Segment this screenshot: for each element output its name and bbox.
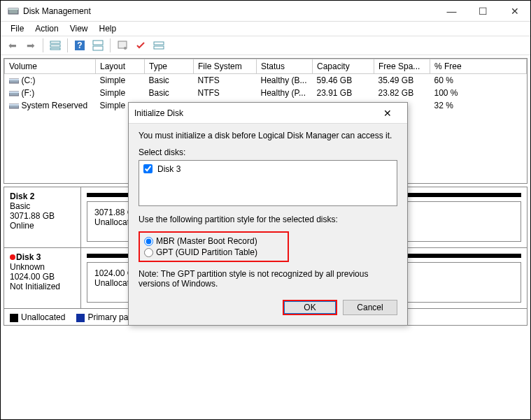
- toolbar-separator: [43, 38, 43, 52]
- disk-state: Online: [10, 221, 75, 231]
- col-freespace[interactable]: Free Spa...: [374, 59, 430, 74]
- help-button[interactable]: ?: [72, 38, 87, 53]
- svg-point-10: [124, 47, 127, 50]
- menu-action[interactable]: Action: [29, 22, 64, 35]
- col-capacity[interactable]: Capacity: [313, 59, 374, 74]
- svg-rect-3: [50, 45, 60, 47]
- volume-icon: [9, 90, 19, 97]
- volume-type: Basic: [145, 87, 194, 99]
- toolbar-separator: [67, 38, 68, 52]
- toolbar-separator: [110, 38, 111, 52]
- dialog-message: You must initialize a disk before Logica…: [139, 131, 397, 140]
- dialog-close-button[interactable]: ✕: [374, 108, 402, 119]
- volume-fs: NTFS: [194, 74, 257, 87]
- layout-button[interactable]: [90, 38, 106, 53]
- volume-layout: Simple: [96, 74, 145, 87]
- menu-file[interactable]: File: [5, 22, 29, 35]
- partition-style-label: Use the following partition style for th…: [139, 215, 397, 224]
- cancel-button[interactable]: Cancel: [343, 300, 397, 315]
- disk-kind: Basic: [10, 201, 75, 211]
- volume-name: (C:): [22, 75, 36, 85]
- app-icon: [8, 6, 19, 17]
- nav-back-button[interactable]: ⬅: [5, 38, 20, 53]
- dialog-note: Note: The GPT partition style is not rec…: [139, 269, 397, 289]
- col-type[interactable]: Type: [145, 59, 194, 74]
- col-filesystem[interactable]: File System: [194, 59, 257, 74]
- disk-title: Disk 3: [10, 252, 75, 262]
- volume-row[interactable]: (C:) Simple Basic NTFS Healthy (B... 59.…: [5, 74, 527, 87]
- close-button[interactable]: ✕: [499, 1, 530, 21]
- volume-type: Basic: [145, 74, 194, 87]
- select-disks-list[interactable]: Disk 3: [139, 160, 397, 206]
- volume-icon: [9, 78, 19, 85]
- volume-layout: Simple: [96, 87, 145, 99]
- volume-name: (F:): [22, 88, 35, 98]
- toolbar: ⬅ ➡ ?: [1, 36, 530, 55]
- svg-rect-1: [8, 8, 18, 10]
- svg-rect-12: [154, 46, 164, 49]
- svg-rect-16: [9, 92, 19, 93]
- disk-size: 1024.00 GB: [10, 272, 75, 282]
- menu-bar: File Action View Help: [1, 22, 530, 36]
- select-disks-label: Select disks:: [139, 147, 397, 157]
- svg-rect-8: [93, 46, 103, 50]
- volume-capacity: 59.46 GB: [313, 74, 374, 87]
- svg-text:?: ?: [77, 41, 82, 50]
- svg-rect-11: [154, 42, 164, 45]
- maximize-button[interactable]: ☐: [467, 1, 499, 21]
- col-pctfree[interactable]: % Free: [430, 59, 527, 74]
- menu-view[interactable]: View: [64, 22, 94, 35]
- svg-rect-18: [9, 104, 19, 106]
- volume-capacity: 23.91 GB: [313, 87, 374, 99]
- window-title: Disk Management: [23, 6, 436, 16]
- radio-gpt-label: GPT (GUID Partition Table): [156, 247, 257, 257]
- volume-row[interactable]: (F:) Simple Basic NTFS Healthy (P... 23.…: [5, 87, 527, 99]
- volume-pctfree: 60 %: [430, 74, 527, 87]
- disk-list-button[interactable]: [151, 38, 167, 53]
- menu-help[interactable]: Help: [94, 22, 122, 35]
- disk-info: Disk 3 Unknown 1024.00 GB Not Initialize…: [4, 248, 81, 308]
- initialize-disk-dialog: Initialize Disk ✕ You must initialize a …: [128, 102, 408, 326]
- volume-free: 35.49 GB: [374, 74, 430, 87]
- minimize-button[interactable]: —: [436, 1, 467, 21]
- check-button[interactable]: [133, 38, 148, 53]
- volume-icon: [9, 103, 19, 110]
- volume-status: Healthy (P...: [257, 87, 313, 99]
- partition-style-group: MBR (Master Boot Record) GPT (GUID Parti…: [139, 231, 289, 262]
- radio-mbr-label: MBR (Master Boot Record): [156, 236, 257, 246]
- disk-size: 3071.88 GB: [10, 211, 75, 221]
- radio-gpt-row[interactable]: GPT (GUID Partition Table): [144, 247, 283, 258]
- svg-rect-14: [9, 79, 19, 80]
- ok-button[interactable]: OK: [283, 300, 337, 315]
- legend-swatch-unallocated: [10, 314, 18, 322]
- col-layout[interactable]: Layout: [96, 59, 145, 74]
- disk-checkbox-row[interactable]: Disk 3: [141, 162, 395, 175]
- nav-forward-button[interactable]: ➡: [23, 38, 38, 53]
- radio-mbr[interactable]: [144, 237, 153, 246]
- svg-rect-7: [93, 41, 103, 45]
- volume-pctfree: 100 %: [430, 87, 527, 99]
- dialog-title: Initialize Disk: [134, 108, 183, 118]
- radio-mbr-row[interactable]: MBR (Master Boot Record): [144, 236, 283, 247]
- radio-gpt[interactable]: [144, 248, 153, 257]
- volume-pctfree: 32 %: [430, 99, 527, 112]
- volume-fs: NTFS: [194, 87, 257, 99]
- disk-info: Disk 2 Basic 3071.88 GB Online: [4, 187, 81, 247]
- disk-kind: Unknown: [10, 262, 75, 272]
- col-status[interactable]: Status: [257, 59, 313, 74]
- col-volume[interactable]: Volume: [5, 59, 96, 74]
- legend-unallocated: Unallocated: [21, 312, 65, 322]
- svg-rect-2: [50, 41, 60, 43]
- error-icon: [10, 254, 15, 260]
- volume-status: Healthy (B...: [257, 74, 313, 87]
- window-titlebar: Disk Management — ☐ ✕: [1, 1, 530, 22]
- view-list-button[interactable]: [48, 38, 63, 53]
- properties-button[interactable]: [115, 38, 130, 53]
- disk3-label: Disk 3: [157, 164, 180, 174]
- disk3-checkbox[interactable]: [143, 164, 153, 173]
- svg-rect-4: [50, 48, 60, 50]
- volume-free: 23.82 GB: [374, 87, 430, 99]
- legend-swatch-primary: [76, 314, 85, 322]
- disk-state: Not Initialized: [10, 282, 75, 291]
- disk-title: Disk 2: [10, 191, 75, 201]
